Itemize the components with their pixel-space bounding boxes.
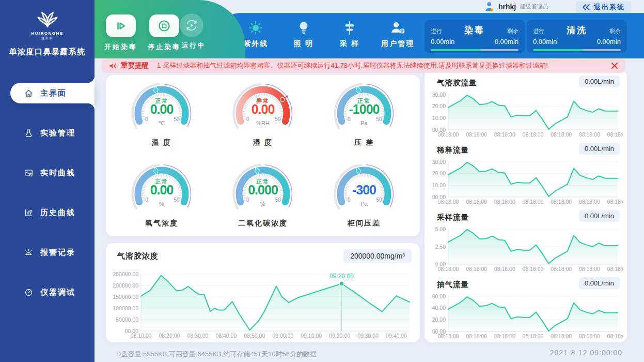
realtime-curve-icon xyxy=(24,168,34,178)
svg-text:08:18:00: 08:18:00 xyxy=(551,131,572,138)
gauge-unit: % xyxy=(111,201,212,207)
svg-text:08:18:00: 08:18:00 xyxy=(523,131,544,138)
svg-text:08:18:00: 08:18:00 xyxy=(494,333,515,339)
alert-close-icon[interactable] xyxy=(611,62,618,69)
timer-title: 染毒 xyxy=(464,24,485,36)
sidebar-item-label: 历史曲线 xyxy=(40,208,75,218)
toolbar-lighting[interactable]: 照 明 xyxy=(280,20,327,49)
stop-poison-button[interactable] xyxy=(149,14,179,37)
logo-subtext: 慧荣和 xyxy=(0,36,95,41)
datetime-display: 2021-8-12 09:00:00 xyxy=(550,349,622,357)
sidebar-item-realtime-curve[interactable]: 实时曲线 xyxy=(0,162,95,183)
gauge-co2: 050 正常 0.000 % 二氧化碳浓度 xyxy=(212,160,313,237)
svg-text:08:18:00: 08:18:00 xyxy=(579,333,600,339)
stop-icon xyxy=(158,19,171,33)
alert-title: 重要提醒 xyxy=(121,61,149,70)
svg-text:10.00: 10.00 xyxy=(432,115,446,121)
user-manage-icon xyxy=(374,20,421,36)
sidebar-item-history-curve[interactable]: 历史曲线 xyxy=(0,202,95,223)
svg-text:30.00: 30.00 xyxy=(432,159,446,165)
exhaust-flow-value-badge: 0.00L/min xyxy=(579,277,620,289)
svg-text:08:40:00: 08:40:00 xyxy=(215,333,237,339)
svg-text:08:18:00: 08:18:00 xyxy=(438,199,459,205)
alert-message: 1-采样过滤器和抽气过滤箱均即将堵塞。仪器还可继续运行41.78小时,届时仪器将… xyxy=(157,61,548,70)
svg-text:08:18:00: 08:18:00 xyxy=(607,266,623,272)
clean-timer-panel: 进行 清洗 剩余 0.00min 0.00min xyxy=(527,20,627,53)
header-toolbar-bar: 紫外线 照 明 采 样 用户管理 进行 染毒 剩余 0.00min 0.00mi… xyxy=(217,13,644,58)
running-icon xyxy=(185,19,198,32)
svg-text:200000.00: 200000.00 xyxy=(113,282,138,289)
sampling-flow-value-badge: 0.00L/min xyxy=(579,210,620,222)
svg-text:5.00: 5.00 xyxy=(435,226,446,232)
logout-label: 退出系统 xyxy=(594,3,625,12)
svg-text:08:18:00: 08:18:00 xyxy=(466,131,487,138)
aerosol-concentration-title: 气溶胶浓度 xyxy=(117,251,159,261)
svg-text:20.00: 20.00 xyxy=(432,170,446,176)
gauge-oxygen: 050 正常 0.00 % 氧气浓度 xyxy=(111,160,212,237)
svg-text:30.00: 30.00 xyxy=(432,92,446,98)
gauge-value: 0.000 xyxy=(212,183,313,198)
sidebar-item-experiment[interactable]: 实验管理 xyxy=(0,123,95,143)
logo-text: HUIRONGHE xyxy=(0,31,95,36)
disk-capacity-status: D盘容量:5555KB,可用容量:5455KB,约可存储451天10时56分的数… xyxy=(116,350,317,359)
poison-timer-panel: 进行 染毒 剩余 0.00min 0.00min xyxy=(425,20,525,53)
svg-text:50000.00: 50000.00 xyxy=(116,316,138,323)
svg-text:20.00: 20.00 xyxy=(432,316,446,323)
logout-button[interactable]: 退出系统 xyxy=(576,2,631,13)
start-poison-label: 开始染毒 xyxy=(98,42,144,52)
svg-text:250000.00: 250000.00 xyxy=(113,271,138,277)
svg-text:100000.00: 100000.00 xyxy=(113,305,138,311)
sidebar-item-label: 实时曲线 xyxy=(40,168,75,178)
toolbar-sampling[interactable]: 采 样 xyxy=(326,20,373,49)
logo-icon xyxy=(31,6,64,30)
exhaust-flow-chart: 00.0020.0040.0060.0008:18:0008:18:0008:1… xyxy=(429,293,623,340)
svg-text:08:30:00: 08:30:00 xyxy=(187,333,208,339)
timer-progress-fill xyxy=(431,49,481,51)
gauge-value: -300 xyxy=(313,183,415,198)
timer-progress-label: 进行 xyxy=(533,27,544,35)
gauge-pressure-diff: 050 正常 -1000 Pa 压 差 xyxy=(313,79,415,157)
svg-text:08:18:00: 08:18:00 xyxy=(607,199,623,205)
gauges-panel: 050 正常 0.00 ℃ 温 度 050 异常 0.00 %RH 湿 度 05… xyxy=(106,75,420,236)
toolbar-user-manage[interactable]: 用户管理 xyxy=(374,20,421,49)
flask-icon xyxy=(24,128,34,138)
logout-arrows-icon xyxy=(582,4,590,11)
timer-progress-bar xyxy=(533,49,621,51)
svg-text:08:50:00: 08:50:00 xyxy=(244,333,265,339)
speaker-icon xyxy=(109,62,117,70)
sidebar-item-instrument-debug[interactable]: 仪器调试 xyxy=(0,282,95,303)
aerosol-concentration-panel: 气溶胶浓度 200000.00mg/m³ 00.0050000.00100000… xyxy=(106,243,420,342)
svg-text:09:00:00: 09:00:00 xyxy=(272,333,293,339)
timer-progress-value: 0.00min xyxy=(431,38,454,46)
flow-charts-panel: 气溶胶流量 0.00L/min 00.0010.0020.0030.0008:1… xyxy=(425,70,627,342)
start-poison-button[interactable] xyxy=(106,14,136,37)
dilution-flow-chart: 00.0010.0020.0030.0008:18:0008:18:0008:1… xyxy=(429,159,623,205)
history-curve-icon xyxy=(24,208,34,218)
timer-progress-value: 0.00min xyxy=(533,38,557,46)
gauge-value: 0.00 xyxy=(212,102,313,117)
svg-text:08:18:00: 08:18:00 xyxy=(523,333,544,339)
gauge-unit: % xyxy=(212,201,313,207)
svg-text:08:18:00: 08:18:00 xyxy=(494,131,515,138)
gauge-value: 0.00 xyxy=(111,102,212,117)
gauge-humidity: 050 异常 0.00 %RH 湿 度 xyxy=(212,79,313,157)
svg-text:08:18:00: 08:18:00 xyxy=(466,266,487,272)
sidebar-item-label: 报警记录 xyxy=(40,248,75,258)
timer-title: 清洗 xyxy=(567,24,587,36)
sidebar-item-label: 主界面 xyxy=(40,88,67,98)
sampling-valve-icon xyxy=(326,20,373,36)
svg-text:08:18:00: 08:18:00 xyxy=(523,266,544,272)
sidebar-nav: 主界面 实验管理 实时曲线 历史曲线 报警记录 仪器调试 xyxy=(0,83,95,322)
sidebar-item-home[interactable]: 主界面 xyxy=(10,83,95,103)
home-icon xyxy=(24,88,34,98)
svg-text:08:18:00: 08:18:00 xyxy=(607,131,623,138)
gauge-label: 柜间压差 xyxy=(348,219,381,228)
svg-text:08:18:00: 08:18:00 xyxy=(438,266,459,272)
svg-text:08:18:00: 08:18:00 xyxy=(494,266,515,272)
sidebar-item-alarm-records[interactable]: 报警记录 xyxy=(0,242,95,263)
gauge-unit: Pa xyxy=(313,201,415,207)
aerosol-concentration-value-badge: 200000.00mg/m³ xyxy=(343,249,412,263)
svg-text:08:18:00: 08:18:00 xyxy=(466,333,487,339)
sampling-flow-title: 采样流量 xyxy=(437,213,469,222)
running-status-label: 运行中 xyxy=(170,41,217,50)
